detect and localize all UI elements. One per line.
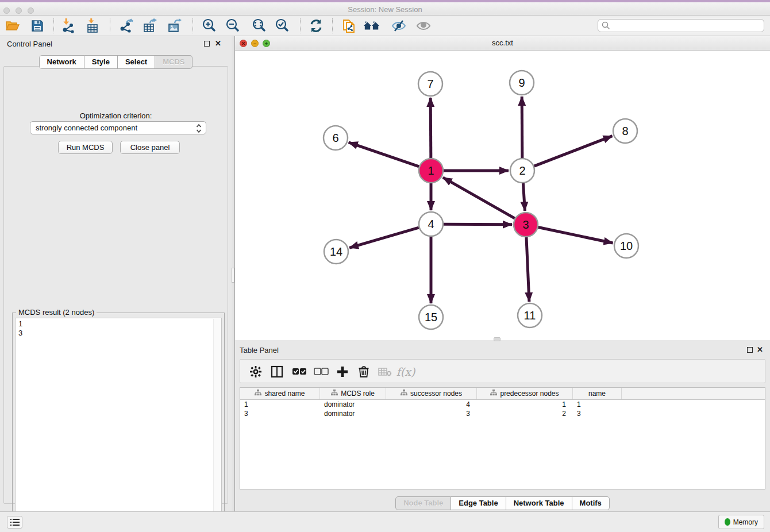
splitter-handle[interactable] xyxy=(232,268,234,283)
table-cell[interactable]: 3 xyxy=(386,409,477,418)
edge-3-1[interactable] xyxy=(443,178,515,218)
close-panel-button[interactable]: Close panel xyxy=(120,141,180,154)
table-tab-motifs[interactable]: Motifs xyxy=(572,496,610,510)
delete-table-icon xyxy=(376,364,394,380)
edge-3-11[interactable] xyxy=(526,237,529,302)
svg-text:11: 11 xyxy=(524,309,536,322)
mcds-result-area[interactable]: 1 3 xyxy=(15,318,222,527)
export-image-icon[interactable] xyxy=(166,18,183,34)
table-cell[interactable]: 1 xyxy=(240,400,320,409)
graph-node-7[interactable]: 7 xyxy=(418,72,442,96)
table-cell[interactable]: dominator xyxy=(320,409,386,418)
toolbar-separator xyxy=(192,18,193,33)
hide-graphics-details-icon[interactable] xyxy=(390,18,407,34)
edge-4-14[interactable] xyxy=(349,228,419,248)
column-header-name[interactable]: name xyxy=(573,388,622,399)
hierarchy-icon xyxy=(331,390,338,398)
table-tab-node-table[interactable]: Node Table xyxy=(395,496,451,510)
mcds-result-text: 1 3 xyxy=(16,318,221,338)
column-header-MCDS-role[interactable]: MCDS role xyxy=(320,388,386,399)
graph-node-15[interactable]: 15 xyxy=(419,305,443,329)
pane-layout-icon[interactable] xyxy=(268,364,286,380)
run-mcds-button[interactable]: Run MCDS xyxy=(58,141,113,154)
graph-node-6[interactable]: 6 xyxy=(324,126,348,150)
float-table-panel-icon[interactable] xyxy=(747,347,753,353)
toolbar-separator xyxy=(300,18,301,33)
column-header-shared-name[interactable]: shared name xyxy=(240,388,320,399)
table-row[interactable]: 3dominator323 xyxy=(240,409,765,418)
horizontal-splitter-handle[interactable] xyxy=(494,337,500,341)
tab-mcds[interactable]: MCDS xyxy=(155,55,192,69)
open-session-icon[interactable] xyxy=(4,18,21,34)
memory-status-icon xyxy=(725,518,730,526)
deselect-all-columns-icon[interactable] xyxy=(313,364,330,380)
zoom-selected-icon[interactable] xyxy=(274,18,291,34)
edge-4-3[interactable] xyxy=(444,224,512,225)
table-cell[interactable]: dominator xyxy=(320,400,386,409)
graph-node-14[interactable]: 14 xyxy=(324,240,348,264)
float-panel-icon[interactable] xyxy=(204,41,210,47)
edge-2-3[interactable] xyxy=(523,183,525,211)
edge-1-7[interactable] xyxy=(430,98,431,158)
search-box xyxy=(598,19,764,32)
delete-column-icon[interactable] xyxy=(355,364,372,380)
export-table-icon[interactable] xyxy=(141,18,159,34)
select-all-columns-icon[interactable] xyxy=(291,364,308,380)
table-tab-network-table[interactable]: Network Table xyxy=(506,496,572,510)
duplicate-network-icon[interactable] xyxy=(340,18,357,34)
import-table-icon[interactable] xyxy=(84,18,101,34)
edge-2-8[interactable] xyxy=(534,136,613,166)
table-cell[interactable]: 3 xyxy=(240,409,320,418)
column-settings-icon[interactable] xyxy=(247,364,264,380)
graph-node-1[interactable]: 1 xyxy=(419,159,443,183)
import-network-icon[interactable] xyxy=(60,18,78,34)
zoom-out-icon[interactable] xyxy=(224,18,241,34)
table-cell[interactable]: 4 xyxy=(386,400,477,409)
dropdown-stepper-icon xyxy=(196,124,202,133)
graph-node-8[interactable]: 8 xyxy=(613,119,637,143)
graph-node-4[interactable]: 4 xyxy=(419,212,443,236)
zoom-in-icon[interactable] xyxy=(201,18,218,34)
search-input[interactable] xyxy=(598,19,764,32)
svg-text:14: 14 xyxy=(330,245,342,258)
mcds-result-box: MCDS result (2 nodes) 1 3 xyxy=(12,313,225,530)
zoom-fit-icon[interactable] xyxy=(251,18,268,34)
refresh-view-icon[interactable] xyxy=(307,18,325,34)
tab-select[interactable]: Select xyxy=(118,55,155,69)
memory-button[interactable]: Memory xyxy=(718,515,764,529)
table-cell[interactable]: 1 xyxy=(477,400,573,409)
home-icon[interactable] xyxy=(363,18,380,34)
memory-label: Memory xyxy=(733,518,758,526)
column-header-predecessor-nodes[interactable]: predecessor nodes xyxy=(477,388,573,399)
table-cell[interactable]: 3 xyxy=(573,409,622,418)
task-history-button[interactable] xyxy=(7,516,22,529)
table-cell[interactable]: 2 xyxy=(477,409,573,418)
table-tab-edge-table[interactable]: Edge Table xyxy=(451,496,506,510)
criterion-dropdown[interactable]: strongly connected component xyxy=(30,121,206,134)
edge-3-10[interactable] xyxy=(538,228,613,243)
optimization-criterion-label: Optimization criterion: xyxy=(4,111,228,120)
graph-node-10[interactable]: 10 xyxy=(614,234,638,258)
column-header-successor-nodes[interactable]: successor nodes xyxy=(386,388,477,399)
show-graphics-details-icon[interactable] xyxy=(415,18,432,34)
tab-network[interactable]: Network xyxy=(39,55,84,69)
result-scrollbar[interactable] xyxy=(213,319,221,526)
graph-node-3[interactable]: 3 xyxy=(514,213,538,237)
network-canvas[interactable]: 1234678910111415 xyxy=(235,51,770,340)
tab-style[interactable]: Style xyxy=(84,55,118,69)
close-table-panel-icon[interactable]: ✕ xyxy=(757,345,763,354)
table-cell[interactable]: 1 xyxy=(573,400,622,409)
graph-node-11[interactable]: 11 xyxy=(518,303,542,327)
graph-node-9[interactable]: 9 xyxy=(510,71,534,95)
close-panel-icon[interactable]: ✕ xyxy=(215,39,221,48)
svg-text:8: 8 xyxy=(622,125,628,137)
add-column-icon[interactable] xyxy=(334,364,351,380)
export-network-icon[interactable] xyxy=(118,18,136,34)
control-panel: Control Panel ✕ NetworkStyleSelectMCDS O… xyxy=(0,36,232,511)
graph-node-2[interactable]: 2 xyxy=(510,159,534,183)
table-row[interactable]: 1dominator411 xyxy=(240,400,765,409)
edge-2-9[interactable] xyxy=(522,97,522,158)
svg-text:4: 4 xyxy=(428,218,434,230)
edge-1-6[interactable] xyxy=(349,142,419,167)
save-session-icon[interactable] xyxy=(29,18,46,34)
